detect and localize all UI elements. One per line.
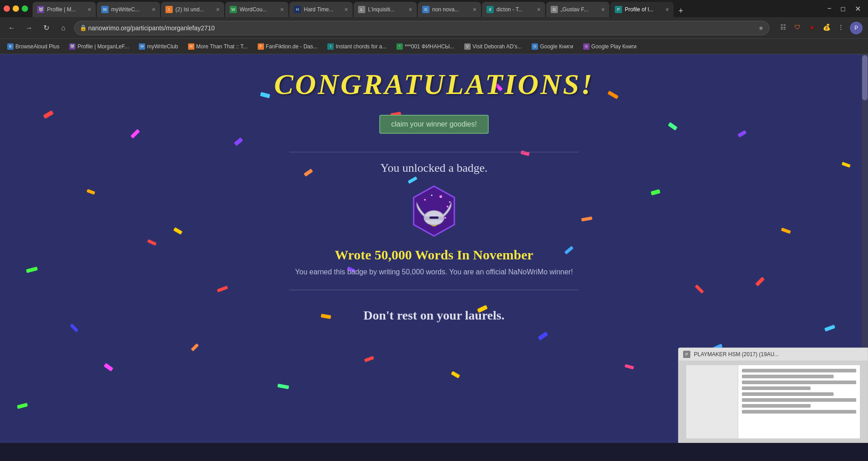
badge-desc: You earned this badge by writing 50,000 … bbox=[295, 268, 573, 276]
preview-line bbox=[742, 375, 834, 378]
bookmark-google-play[interactable]: G Google Play Книги bbox=[580, 42, 640, 51]
tab-mywritec[interactable]: W myWriteC... × bbox=[97, 2, 160, 17]
menu-icon[interactable]: ⋮ bbox=[835, 22, 846, 33]
bottom-divider bbox=[289, 290, 579, 290]
tabs-bar: 🐺 Profile | M... × W myWriteC... × t (2)… bbox=[33, 0, 820, 17]
bookmark-icon: * bbox=[396, 43, 403, 50]
tab-favicon: W bbox=[230, 6, 237, 13]
taskbar-popup: P PLAYMAKER HSM (2017) (19AU... bbox=[678, 348, 868, 443]
lock-icon: 🔒 bbox=[80, 24, 87, 31]
new-tab-button[interactable]: + bbox=[675, 5, 687, 17]
close-button[interactable] bbox=[4, 5, 10, 12]
tab-favicon: L bbox=[358, 6, 365, 13]
home-button[interactable]: ⌂ bbox=[57, 22, 70, 34]
bookmark-label: FanFiktion.de - Das... bbox=[266, 43, 318, 50]
bookmark-icon: 🐺 bbox=[69, 43, 75, 50]
preview-line bbox=[742, 398, 856, 402]
confetti-piece bbox=[191, 343, 199, 352]
bookmark-label: ***001 ФИНАНСЫ... bbox=[405, 43, 454, 50]
bookmark-icon: F bbox=[258, 43, 264, 50]
bookmark-google-books[interactable]: G Google Книги bbox=[528, 42, 576, 51]
address-bar: ← → ↻ ⌂ 🔒 ★ ☷ 🛡 ● 💰 ⋮ P bbox=[0, 17, 868, 39]
dont-rest-heading: Don't rest on your laurels. bbox=[363, 308, 505, 323]
bookmark-star-icon[interactable]: ★ bbox=[758, 24, 764, 32]
tab-close-icon[interactable]: × bbox=[665, 6, 669, 13]
tab-close-icon[interactable]: × bbox=[152, 6, 156, 13]
tab-label: Profile | M... bbox=[47, 6, 76, 13]
bookmark-chords[interactable]: I Instant chords for a... bbox=[324, 42, 390, 51]
svg-point-2 bbox=[439, 195, 442, 198]
window-close-btn[interactable]: ✕ bbox=[851, 5, 864, 13]
bookmark-fanfik[interactable]: F FanFiktion.de - Das... bbox=[254, 42, 321, 51]
bookmark-browsealoud[interactable]: B BrowseAloud Plus bbox=[4, 42, 63, 51]
bookmark-finance[interactable]: * ***001 ФИНАНСЫ... bbox=[393, 42, 458, 51]
tab-isi[interactable]: t (2) Isi und... × bbox=[161, 2, 224, 17]
title-bar: 🐺 Profile | M... × W myWriteC... × t (2)… bbox=[0, 0, 868, 17]
svg-point-6 bbox=[431, 195, 432, 196]
taskbar-app-icon: P bbox=[683, 351, 690, 358]
tab-close-icon[interactable]: × bbox=[537, 6, 541, 13]
taskbar-preview[interactable] bbox=[679, 361, 868, 442]
maximize-button[interactable] bbox=[22, 5, 28, 12]
tab-profile-m[interactable]: 🐺 Profile | M... × bbox=[33, 2, 96, 17]
tab-label: L'inquisiti... bbox=[368, 6, 395, 13]
tab-linquisiti[interactable]: L L'inquisiti... × bbox=[354, 2, 417, 17]
address-input[interactable] bbox=[74, 21, 769, 35]
bookmark-deborah[interactable]: V Visit Deborah AD's... bbox=[461, 42, 525, 51]
window-minimize-btn[interactable]: − bbox=[824, 5, 835, 13]
bookmark-morethan[interactable]: M More Than That :: T... bbox=[184, 42, 251, 51]
svg-point-1 bbox=[424, 199, 426, 201]
window-controls bbox=[4, 5, 28, 12]
tab-favicon: H bbox=[294, 6, 301, 13]
tab-close-icon[interactable]: × bbox=[601, 6, 605, 13]
brave-shield-icon[interactable]: 🛡 bbox=[792, 22, 803, 33]
bookmark-label: myWriteClub bbox=[147, 43, 178, 50]
rewards-icon[interactable]: ● bbox=[807, 22, 817, 33]
tab-close-icon[interactable]: × bbox=[280, 6, 284, 13]
claim-button[interactable]: claim your winner goodies! bbox=[379, 115, 488, 134]
svg-rect-10 bbox=[429, 216, 439, 219]
reload-button[interactable]: ↻ bbox=[40, 22, 52, 34]
tab-label: (2) Isi und... bbox=[175, 6, 204, 13]
badge-icon bbox=[407, 184, 461, 238]
congratulations-title: CONGRATULATIONS! bbox=[274, 68, 594, 101]
tab-favicon: d bbox=[486, 6, 494, 13]
bookmark-mywriteclub[interactable]: W myWriteClub bbox=[135, 42, 181, 51]
tab-label: WordCou... bbox=[240, 6, 267, 13]
tab-favicon: G bbox=[551, 6, 558, 13]
minimize-button[interactable] bbox=[13, 5, 19, 12]
preview-line bbox=[742, 386, 811, 390]
tab-wordcou[interactable]: W WordCou... × bbox=[225, 2, 288, 17]
tab-close-icon[interactable]: × bbox=[473, 6, 476, 13]
confetti-piece bbox=[538, 332, 548, 341]
bookmark-icon: W bbox=[139, 43, 145, 50]
taskbar-title: PLAYMAKER HSM (2017) (19AU... bbox=[694, 351, 779, 358]
tab-dicton[interactable]: d dicton - T... × bbox=[482, 2, 545, 17]
badge-section: You unlocked a badge. bbox=[295, 161, 573, 281]
svg-point-5 bbox=[444, 217, 446, 219]
address-icons: ☷ 🛡 ● 💰 ⋮ P bbox=[778, 22, 863, 34]
extensions-button[interactable]: ☷ bbox=[778, 22, 788, 33]
bookmark-label: Google Книги bbox=[540, 43, 573, 50]
window-restore-btn[interactable]: ◻ bbox=[837, 5, 849, 13]
tab-gustav[interactable]: G „Gustav F... × bbox=[546, 2, 609, 17]
bookmark-icon: B bbox=[7, 43, 14, 50]
content-area: CONGRATULATIONS! claim your winner goodi… bbox=[0, 54, 868, 443]
tab-favicon: W bbox=[101, 6, 108, 13]
tab-close-icon[interactable]: × bbox=[344, 6, 348, 13]
bookmark-label: More Than That :: T... bbox=[196, 43, 248, 50]
forward-button[interactable]: → bbox=[23, 22, 35, 34]
wallet-icon[interactable]: 💰 bbox=[821, 22, 832, 33]
tab-close-icon[interactable]: × bbox=[88, 6, 91, 13]
bookmark-profile[interactable]: 🐺 Profile | MorganLeF... bbox=[66, 42, 132, 51]
taskbar-header: P PLAYMAKER HSM (2017) (19AU... bbox=[679, 348, 868, 361]
tab-hardtime[interactable]: H Hard Time... × bbox=[289, 2, 353, 17]
tab-nonnova[interactable]: G non nova... × bbox=[418, 2, 481, 17]
tab-label: myWriteC... bbox=[111, 6, 139, 13]
bookmarks-bar: B BrowseAloud Plus 🐺 Profile | MorganLeF… bbox=[0, 39, 868, 54]
profile-avatar[interactable]: P bbox=[850, 22, 863, 34]
back-button[interactable]: ← bbox=[5, 22, 18, 34]
tab-profile-active[interactable]: P Profile of l... × bbox=[610, 2, 674, 17]
tab-close-icon[interactable]: × bbox=[216, 6, 220, 13]
tab-close-icon[interactable]: × bbox=[409, 6, 412, 13]
